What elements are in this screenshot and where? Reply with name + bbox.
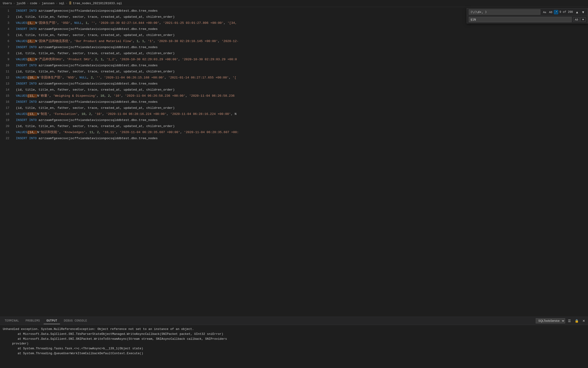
search-count: 9 of 200 xyxy=(560,10,573,14)
line-number-14: 14 xyxy=(0,87,14,93)
replace-star-button[interactable]: ★ xyxy=(580,17,586,22)
table-row: 18 VALUES(13, N'制造', 'Formulation', 10, … xyxy=(0,111,588,117)
whole-word-button[interactable]: AB xyxy=(548,10,554,14)
line-content-12: VALUES(10, N'非固体生产部', 'NSD', NULL, 2, ''… xyxy=(14,75,588,81)
line-content-6: VALUES(2, N'固体产品和物流系统', 'Our Product and… xyxy=(14,38,588,44)
match-case-button[interactable]: Aa xyxy=(542,10,547,14)
output-content: Unhandled exception. System.NullReferenc… xyxy=(0,325,588,368)
tab-debug-console[interactable]: DEBUG CONSOLE xyxy=(61,318,90,324)
table-row: 13 INSERT INTO azrzaamfgexecsvcjscffxian… xyxy=(0,81,588,87)
line-content-10: INSERT INTO azrzaamfgexecsvcjscffxiandat… xyxy=(14,63,588,69)
breadcrumb-janssen[interactable]: janssen xyxy=(42,2,55,5)
search-find-input[interactable] xyxy=(469,9,540,15)
line-content-13: INSERT INTO azrzaamfgexecsvcjscffxiandat… xyxy=(14,81,588,87)
bottom-panel: TERMINAL PROBLEMS OUTPUT DEBUG CONSOLE S… xyxy=(0,317,588,368)
line-content-9: VALUES(3, N'产品种类和SKU', 'Product SKU', 2,… xyxy=(14,56,588,63)
regex-button[interactable]: .* xyxy=(554,10,558,14)
table-row: 14 (id, title, title_en, father, sector,… xyxy=(0,87,588,93)
breadcrumb-users[interactable]: Users xyxy=(3,2,12,5)
line-number-9: 9 xyxy=(0,56,14,63)
line-number-13: 13 xyxy=(0,81,14,87)
sep2: › xyxy=(27,2,28,5)
line-number-2: 2 xyxy=(0,14,14,20)
line-content-19: INSERT INTO azrzaamfgexecsvcjscffxiandat… xyxy=(14,117,588,123)
line-number-21: 21 xyxy=(0,129,14,135)
breadcrumb-filename[interactable]: tree_nodes_202101281033.sql xyxy=(73,2,122,5)
sep4: › xyxy=(56,2,57,5)
panel-tab-right: SQLToolsService ☰ 🔒 ✕ xyxy=(536,318,586,323)
table-row: 11 (id, title, title_en, father, sector,… xyxy=(0,69,588,75)
tab-output[interactable]: OUTPUT xyxy=(44,318,60,324)
table-row: 21 VALUES(14, N'知识和技能', 'Knowledges', 11… xyxy=(0,129,588,135)
list-item: provider) xyxy=(3,341,585,346)
service-select[interactable]: SQLToolsService xyxy=(536,318,565,323)
breadcrumb-jyu36[interactable]: jyu36 xyxy=(16,2,26,5)
line-number-19: 19 xyxy=(0,117,14,123)
line-number-6: 6 xyxy=(0,38,14,44)
search-prev-button[interactable]: ▲ xyxy=(574,10,580,14)
search-find-row: Aa AB .* 9 of 200 ▲ ▼ xyxy=(467,9,588,16)
table-row: 6 VALUES(2, N'固体产品和物流系统', 'Our Product a… xyxy=(0,38,588,44)
table-row: 8 (id, title, title_en, father, sector, … xyxy=(0,50,588,56)
preserve-case-button[interactable]: AB xyxy=(573,17,580,22)
line-number-8: 8 xyxy=(0,50,14,56)
panel-close-icon[interactable]: ✕ xyxy=(581,319,586,323)
list-item: at Microsoft.Data.SqlClient.SNI.SNIPacke… xyxy=(3,337,585,342)
list-item: at System.Threading.QueueUserWorkItemCal… xyxy=(3,351,585,356)
line-number-11: 11 xyxy=(0,69,14,75)
editor-container: 1 INSERT INTO azrzaamfgexecsvcjscffxiand… xyxy=(0,7,588,317)
line-number-4: 4 xyxy=(0,26,14,32)
line-content-11: (id, title, title_en, father, sector, tr… xyxy=(14,69,588,75)
table-row: 16 INSERT INTO azrzaamfgexecsvcjscffxian… xyxy=(0,99,588,105)
line-content-21: VALUES(14, N'知识和技能', 'Knowledges', 11, 2… xyxy=(14,129,588,135)
tab-problems[interactable]: PROBLEMS xyxy=(23,318,43,324)
table-row: 10 INSERT INTO azrzaamfgexecsvcjscffxian… xyxy=(0,63,588,69)
line-number-3: 3 xyxy=(0,20,14,26)
line-number-17: 17 xyxy=(0,105,14,111)
line-content-7: INSERT INTO azrzaamfgexecsvcjscffxiandat… xyxy=(14,44,588,50)
search-replace-row: AB ★ xyxy=(467,16,588,23)
search-overlay: Aa AB .* 9 of 200 ▲ ▼ AB ★ xyxy=(467,8,588,23)
table-row: 20 (id, title, title_en, father, sector,… xyxy=(0,123,588,129)
line-content-16: INSERT INTO azrzaamfgexecsvcjscffxiandat… xyxy=(14,99,588,105)
breadcrumb-file: 🗄 tree_nodes_202101281033.sql xyxy=(69,2,122,5)
tab-terminal[interactable]: TERMINAL xyxy=(2,318,22,324)
line-content-14: (id, title, title_en, father, sector, tr… xyxy=(14,87,588,93)
line-content-5: (id, title, title_en, father, sector, tr… xyxy=(14,32,588,38)
line-content-18: VALUES(13, N'制造', 'Formulation', 10, 2, … xyxy=(14,111,588,117)
table-row: 7 INSERT INTO azrzaamfgexecsvcjscffxiand… xyxy=(0,44,588,50)
search-nav: ▲ ▼ xyxy=(574,10,586,14)
line-content-22: INSERT INTO azrzaamfgexecsvcjscffxiandat… xyxy=(14,135,588,141)
line-number-10: 10 xyxy=(0,63,14,69)
list-item: at Microsoft.Data.SqlClient.SNI.TdsParse… xyxy=(3,332,585,337)
search-replace-input[interactable] xyxy=(469,17,572,22)
search-next-button[interactable]: ▼ xyxy=(580,10,586,14)
replace-buttons: AB ★ xyxy=(573,17,586,22)
line-number-7: 7 xyxy=(0,44,14,50)
line-content-4: INSERT INTO azrzaamfgexecsvcjscffxiandat… xyxy=(14,26,588,32)
table-row: 12 VALUES(10, N'非固体生产部', 'NSD', NULL, 2,… xyxy=(0,75,588,81)
line-number-20: 20 xyxy=(0,123,14,129)
breadcrumb-sql[interactable]: sql xyxy=(59,2,64,5)
table-row: 22 INSERT INTO azrzaamfgexecsvcjscffxian… xyxy=(0,135,588,141)
line-number-15: 15 xyxy=(0,93,14,99)
sep1: › xyxy=(13,2,15,5)
table-row: 15 VALUES(11, N'称量', 'Weighing & Dispens… xyxy=(0,93,588,99)
line-number-5: 5 xyxy=(0,32,14,38)
line-content-8: (id, title, title_en, father, sector, tr… xyxy=(14,50,588,56)
panel-lock-icon[interactable]: 🔒 xyxy=(574,319,579,323)
breadcrumb-code[interactable]: code xyxy=(30,2,37,5)
table-row: 9 VALUES(3, N'产品种类和SKU', 'Product SKU', … xyxy=(0,56,588,63)
table-row: 19 INSERT INTO azrzaamfgexecsvcjscffxian… xyxy=(0,117,588,123)
list-item: Unhandled exception. System.NullReferenc… xyxy=(3,327,585,332)
line-content-17: (id, title, title_en, father, sector, tr… xyxy=(14,105,588,111)
search-options: Aa AB .* xyxy=(542,10,558,14)
list-item: at System.Threading.Tasks.Task.<>c.<Thro… xyxy=(3,346,585,351)
panel-list-icon[interactable]: ☰ xyxy=(567,319,572,323)
panel-tabs: TERMINAL PROBLEMS OUTPUT DEBUG CONSOLE S… xyxy=(0,317,588,325)
line-number-16: 16 xyxy=(0,99,14,105)
line-number-18: 18 xyxy=(0,111,14,117)
line-number-12: 12 xyxy=(0,75,14,81)
table-row: 4 INSERT INTO azrzaamfgexecsvcjscffxiand… xyxy=(0,26,588,32)
code-area: 1 INSERT INTO azrzaamfgexecsvcjscffxiand… xyxy=(0,7,588,317)
